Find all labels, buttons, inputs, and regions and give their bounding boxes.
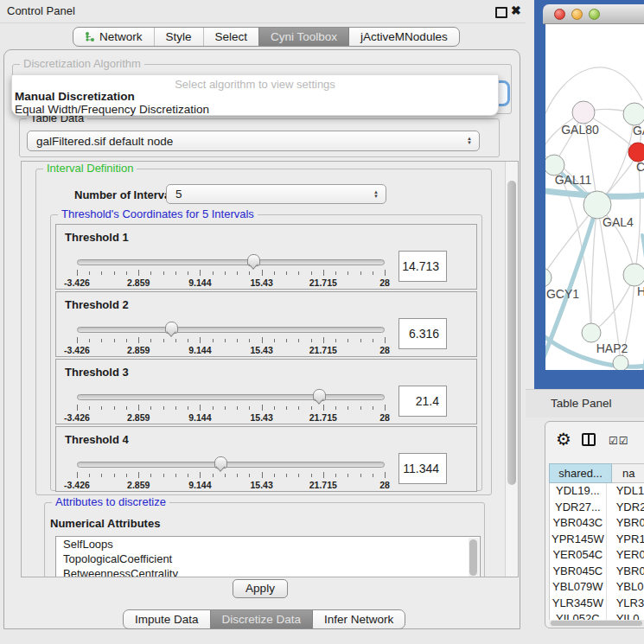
tab-jactivemnodules[interactable]: jActiveMNodules xyxy=(348,28,459,46)
slider-thumb[interactable] xyxy=(214,456,227,469)
tab-infer-network[interactable]: Infer Network xyxy=(312,610,405,628)
network-node-label: GA xyxy=(633,124,644,137)
slider-thumb[interactable] xyxy=(247,254,260,266)
table-rows[interactable]: YDL19...YDL1YDR27...YDR2YBR043CYBR0YPR14… xyxy=(549,483,644,620)
slider-track[interactable] xyxy=(77,394,385,400)
column-header-name[interactable]: na xyxy=(612,463,644,483)
network-node-c[interactable] xyxy=(628,143,644,162)
table-row[interactable]: YBR045CYBR0 xyxy=(550,564,644,580)
numerical-attributes-list[interactable]: SelfLoopsTopologicalCoefficientBetweenne… xyxy=(55,536,481,577)
table-row[interactable]: YDR27...YDR2 xyxy=(550,500,644,516)
table-data-group: Table Data galFiltered.sif default node … xyxy=(19,118,500,157)
select-columns-icons[interactable]: ☑☑ xyxy=(609,435,629,447)
table-row[interactable]: YPR145WYPR1 xyxy=(550,532,644,548)
table-row[interactable]: YER054CYER0 xyxy=(550,547,644,564)
interval-definition-label: Interval Definition xyxy=(43,162,137,175)
slider-ticks xyxy=(77,472,385,479)
algorithm-group-label: Discretization Algorithm xyxy=(20,57,144,70)
tab-select[interactable]: Select xyxy=(203,28,259,46)
gear-icon[interactable]: ⚙ xyxy=(556,429,571,450)
threshold-value-field[interactable]: 6.316 xyxy=(399,318,447,349)
network-node[interactable] xyxy=(613,355,628,370)
threshold-4-block: Threshold 4-3.4262.8599.14415.4321.71528… xyxy=(55,426,477,492)
threshold-2-block: Threshold 2-3.4262.8599.14415.4321.71528… xyxy=(55,291,477,357)
slider-thumb[interactable] xyxy=(165,322,178,334)
zoom-traffic-light-icon[interactable] xyxy=(589,9,600,20)
threshold-3-block: Threshold 3-3.4262.8599.14415.4321.71528… xyxy=(55,359,477,424)
combo-stepper-icon: ▲▼ xyxy=(373,190,379,199)
table-row[interactable]: YBL079WYBL0 xyxy=(550,579,644,596)
table-panel-titlebar: Table Panel xyxy=(526,389,644,418)
cell-shared-name: YPR145W xyxy=(550,532,607,548)
attributes-scrollbar-thumb[interactable] xyxy=(469,539,477,576)
table-data-combobox[interactable]: galFiltered.sif default node ▲▼ xyxy=(27,131,480,151)
combo-stepper-icon: ▲▼ xyxy=(467,137,472,145)
tab-label: Select xyxy=(215,30,248,43)
table-row[interactable]: YDL19...YDL1 xyxy=(550,483,644,500)
panel-title: Control Panel xyxy=(7,4,75,17)
slider-tick-labels: -3.4262.8599.14415.4321.71528 xyxy=(77,345,385,355)
network-view-window: GAL80GACGAL11GAL4GCY1HHAP2 xyxy=(534,0,644,389)
close-traffic-light-icon[interactable] xyxy=(554,9,565,20)
column-header-shared-name[interactable]: shared... xyxy=(549,463,612,483)
dropdown-option-manual-discretization[interactable]: Manual Discretization xyxy=(15,90,135,103)
number-of-intervals-combobox[interactable]: 5 ▲▼ xyxy=(166,184,386,204)
threshold-value-field[interactable]: 21.4 xyxy=(399,386,447,417)
tab-label: jActiveMNodules xyxy=(360,30,448,43)
thresholds-group: Threshold's Coordinates for 5 Intervals … xyxy=(50,214,482,491)
tab-cyni-toolbox[interactable]: Cyni Toolbox xyxy=(258,28,348,46)
tab-discretize-data[interactable]: Discretize Data xyxy=(210,610,313,628)
apply-button[interactable]: Apply xyxy=(233,579,288,598)
threshold-slider[interactable]: -3.4262.8599.14415.4321.71528 xyxy=(77,391,385,424)
threshold-label: Threshold 1 xyxy=(65,231,129,244)
table-row[interactable]: YLR345WYLR3 xyxy=(550,596,644,612)
threshold-slider[interactable]: -3.4262.8599.14415.4321.71528 xyxy=(77,458,385,491)
minimize-traffic-light-icon[interactable] xyxy=(571,9,583,20)
network-node-label: GAL80 xyxy=(561,123,599,137)
network-window-titlebar xyxy=(543,4,644,24)
cell-name: YBR0 xyxy=(607,515,644,532)
network-node-h[interactable] xyxy=(623,264,644,286)
table-scrollbar-thumb[interactable] xyxy=(551,621,642,626)
table-horizontal-scrollbar[interactable] xyxy=(549,620,644,627)
settings-scrollbar-thumb[interactable] xyxy=(507,181,516,485)
top-tab-bar: NetworkStyleSelectCyni ToolboxjActiveMNo… xyxy=(73,27,460,47)
attribute-list-item[interactable]: BetweennessCentrality xyxy=(56,566,480,577)
tab-network[interactable]: Network xyxy=(73,28,154,46)
network-node-gal80[interactable] xyxy=(572,101,595,124)
tab-style[interactable]: Style xyxy=(154,28,203,46)
network-node-gcy1[interactable] xyxy=(545,268,552,287)
slider-track[interactable] xyxy=(77,327,385,333)
cell-name: YBL0 xyxy=(607,579,644,596)
threshold-value-field[interactable]: 11.344 xyxy=(399,453,447,484)
tab-label: Impute Data xyxy=(135,613,199,626)
slider-track[interactable] xyxy=(77,259,385,265)
slider-track[interactable] xyxy=(77,462,385,468)
close-icon[interactable]: ✖ xyxy=(511,3,521,17)
cell-name: YDR2 xyxy=(607,500,644,516)
threshold-slider[interactable]: -3.4262.8599.14415.4321.71528 xyxy=(77,323,385,356)
tab-impute-data[interactable]: Impute Data xyxy=(124,610,210,628)
cell-name: YIL0 xyxy=(607,611,644,620)
cell-name: YDL1 xyxy=(607,483,644,500)
threshold-value-field[interactable]: 14.713 xyxy=(399,251,447,282)
attribute-list-item[interactable]: TopologicalCoefficient xyxy=(56,552,480,566)
float-window-icon[interactable] xyxy=(495,7,507,18)
attribute-list-item[interactable]: SelfLoops xyxy=(56,537,480,552)
network-node-hap2[interactable] xyxy=(582,323,601,342)
slider-tick-labels: -3.4262.8599.14415.4321.71528 xyxy=(77,277,385,288)
node-table: shared... na YDL19...YDL1YDR27...YDR2YBR… xyxy=(549,463,644,483)
slider-tick-labels: -3.4262.8599.14415.4321.71528 xyxy=(77,480,385,490)
split-columns-icon[interactable] xyxy=(582,433,596,446)
table-row[interactable]: YIL052CYIL0 xyxy=(550,611,644,620)
network-node-ga[interactable] xyxy=(623,103,644,125)
attributes-scrollbar[interactable] xyxy=(469,538,479,577)
slider-thumb[interactable] xyxy=(313,389,326,401)
network-canvas[interactable]: GAL80GACGAL11GAL4GCY1HHAP2 xyxy=(545,24,644,370)
settings-vertical-scrollbar[interactable] xyxy=(505,162,518,577)
table-row[interactable]: YBR043CYBR0 xyxy=(550,515,644,532)
table-panel-title: Table Panel xyxy=(551,397,612,410)
network-graph: GAL80GACGAL11GAL4GCY1HHAP2 xyxy=(545,24,644,370)
dropdown-option-equal-width-frequency[interactable]: Equal Width/Frequency Discretization xyxy=(15,103,209,116)
threshold-slider[interactable]: -3.4262.8599.14415.4321.71528 xyxy=(77,256,385,289)
